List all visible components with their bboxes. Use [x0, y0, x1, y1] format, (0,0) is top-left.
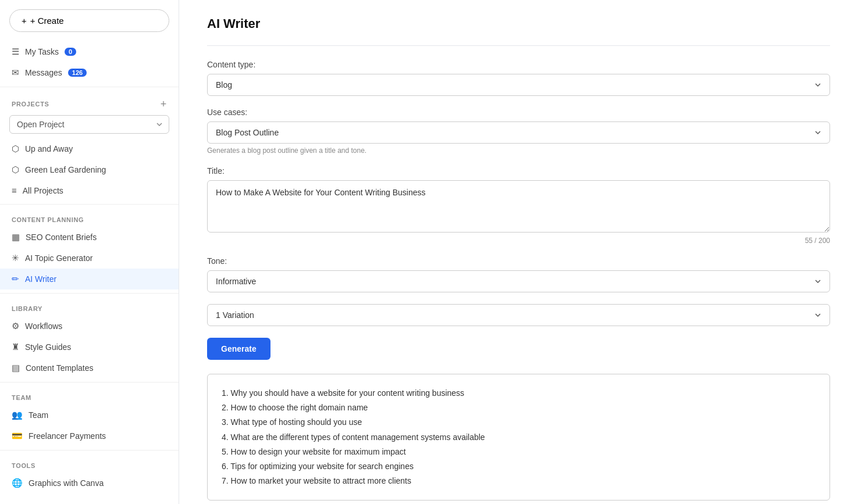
content-type-group: Content type: Blog Article Social Post E…: [207, 60, 830, 96]
output-item-3: 3. What type of hosting should you use: [222, 415, 816, 430]
canva-icon: 🌐: [12, 478, 23, 488]
char-count: 55 / 200: [207, 237, 830, 245]
tasks-icon: ☰: [12, 47, 19, 57]
sidebar-item-graphics-canva[interactable]: 🌐 Graphics with Canva: [0, 473, 179, 494]
workflows-label: Workflows: [25, 321, 62, 331]
sidebar-item-messages[interactable]: ✉ Messages 126: [0, 62, 179, 83]
divider-2: [0, 204, 179, 205]
generate-button[interactable]: Generate: [207, 338, 270, 360]
output-box: 1. Why you should have a website for you…: [207, 374, 830, 501]
sidebar-item-up-and-away[interactable]: ⬡ Up and Away: [0, 138, 179, 159]
all-projects-icon: ≡: [12, 185, 17, 195]
my-tasks-label: My Tasks: [25, 47, 59, 56]
library-header: LIBRARY: [0, 297, 179, 316]
content-type-label: Content type:: [207, 60, 830, 69]
sidebar-item-seo-briefs[interactable]: ▦ SEO Content Briefs: [0, 227, 179, 248]
ai-writer-label: AI Writer: [25, 274, 56, 284]
main-content: AI Writer Content type: Blog Article Soc…: [179, 0, 858, 504]
page-title: AI Writer: [207, 16, 830, 31]
title-textarea[interactable]: How to Make A Website for Your Content W…: [207, 180, 830, 233]
project-icon-2: ⬡: [12, 165, 19, 175]
open-project-select[interactable]: Open Project: [9, 115, 169, 134]
output-item-1: 1. Why you should have a website for you…: [222, 386, 816, 401]
team-header: TEAM: [0, 386, 179, 405]
style-guides-label: Style Guides: [25, 342, 71, 352]
style-guides-icon: ♜: [12, 342, 19, 352]
content-planning-header: CONTENT PLANNING: [0, 208, 179, 227]
content-templates-icon: ▤: [12, 363, 20, 373]
sidebar-item-workflows[interactable]: ⚙ Workflows: [0, 316, 179, 337]
title-field-group: Title: How to Make A Website for Your Co…: [207, 166, 830, 245]
plus-icon: +: [22, 16, 27, 26]
sidebar-item-content-templates[interactable]: ▤ Content Templates: [0, 358, 179, 378]
sidebar-item-team[interactable]: 👥 Team: [0, 405, 179, 426]
messages-icon: ✉: [12, 67, 19, 78]
sidebar-item-my-tasks[interactable]: ☰ My Tasks 0: [0, 41, 179, 62]
create-label: + Create: [30, 16, 64, 26]
tools-label: TOOLS: [12, 462, 35, 469]
use-cases-select[interactable]: Blog Post Outline Blog Introduction Blog…: [207, 121, 830, 144]
tools-header: TOOLS: [0, 454, 179, 473]
content-templates-label: Content Templates: [26, 363, 93, 373]
divider-4: [0, 382, 179, 383]
tone-group: Tone: Informative Casual Professional Wi…: [207, 256, 830, 292]
freelancer-payments-label: Freelancer Payments: [29, 431, 106, 441]
library-label: LIBRARY: [12, 305, 42, 312]
title-divider: [207, 45, 830, 46]
sidebar: + + Create ☰ My Tasks 0 ✉ Messages 126 P…: [0, 0, 179, 504]
output-item-4: 4. What are the different types of conte…: [222, 430, 816, 445]
sidebar-item-ai-topic[interactable]: ✳ AI Topic Generator: [0, 248, 179, 269]
up-and-away-label: Up and Away: [25, 144, 73, 153]
graphics-canva-label: Graphics with Canva: [29, 478, 104, 488]
projects-label: PROJECTS: [12, 101, 49, 108]
tasks-badge: 0: [65, 48, 76, 56]
content-type-select[interactable]: Blog Article Social Post Email: [207, 74, 830, 96]
ai-writer-icon: ✏: [12, 274, 19, 284]
create-button[interactable]: + + Create: [9, 9, 169, 32]
all-projects-label: All Projects: [23, 186, 63, 195]
divider-5: [0, 450, 179, 451]
sidebar-item-freelancer-payments[interactable]: 💳 Freelancer Payments: [0, 426, 179, 446]
team-icon: 👥: [12, 410, 23, 420]
team-label: TEAM: [12, 394, 31, 401]
tone-select[interactable]: Informative Casual Professional Witty: [207, 270, 830, 292]
project-icon-1: ⬡: [12, 144, 19, 154]
title-field-label: Title:: [207, 166, 830, 176]
ai-topic-icon: ✳: [12, 253, 19, 263]
messages-badge: 126: [68, 69, 87, 77]
sidebar-item-ai-writer[interactable]: ✏ AI Writer: [0, 269, 179, 289]
seo-icon: ▦: [12, 232, 20, 242]
variations-group: 1 Variation 2 Variations 3 Variations: [207, 304, 830, 326]
seo-briefs-label: SEO Content Briefs: [26, 233, 97, 242]
tone-label: Tone:: [207, 256, 830, 266]
sidebar-item-style-guides[interactable]: ♜ Style Guides: [0, 337, 179, 358]
divider-1: [0, 87, 179, 87]
add-project-button[interactable]: +: [161, 99, 167, 109]
team-item-label: Team: [29, 410, 48, 420]
divider-3: [0, 293, 179, 294]
messages-label: Messages: [25, 68, 62, 77]
workflows-icon: ⚙: [12, 321, 19, 331]
output-item-7: 7. How to market your website to attract…: [222, 474, 816, 488]
use-cases-helper: Generates a blog post outline given a ti…: [207, 146, 830, 155]
payments-icon: 💳: [12, 431, 23, 441]
sidebar-item-green-leaf[interactable]: ⬡ Green Leaf Gardening: [0, 159, 179, 180]
ai-topic-label: AI Topic Generator: [25, 253, 92, 263]
green-leaf-label: Green Leaf Gardening: [25, 165, 106, 174]
sidebar-item-all-projects[interactable]: ≡ All Projects: [0, 180, 179, 201]
variations-select[interactable]: 1 Variation 2 Variations 3 Variations: [207, 304, 830, 326]
output-item-2: 2. How to choose the right domain name: [222, 401, 816, 415]
use-cases-label: Use cases:: [207, 108, 830, 117]
content-planning-label: CONTENT PLANNING: [12, 216, 84, 223]
projects-section-header: PROJECTS +: [0, 91, 179, 113]
output-item-5: 5. How to design your website for maximu…: [222, 445, 816, 459]
use-cases-group: Use cases: Blog Post Outline Blog Introd…: [207, 108, 830, 155]
output-item-6: 6. Tips for optimizing your website for …: [222, 459, 816, 474]
